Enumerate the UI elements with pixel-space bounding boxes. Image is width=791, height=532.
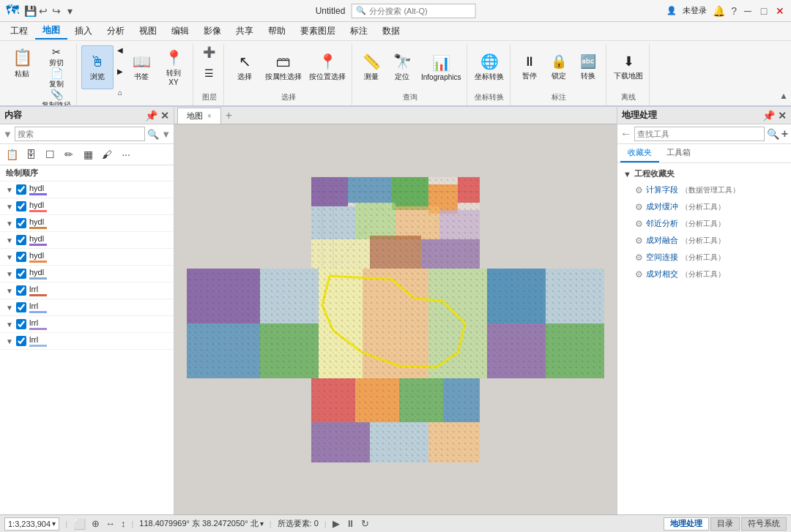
scale-dropdown-icon[interactable]: ▾ (52, 520, 56, 528)
layer-checkbox[interactable] (16, 319, 26, 329)
prev-extent-button[interactable]: ◀ (115, 45, 125, 66)
pause-button[interactable]: ⏸ 暂停 (515, 45, 544, 89)
list-item[interactable]: ▼ hydl (0, 198, 174, 215)
coord-dropdown-icon[interactable]: ▾ (260, 520, 264, 528)
menu-insert[interactable]: 插入 (67, 23, 100, 39)
layer-table-icon[interactable]: ▦ (79, 146, 97, 163)
layer-checkbox[interactable] (16, 252, 26, 262)
layer-search-input[interactable] (15, 127, 145, 141)
bottom-tab-catalog[interactable]: 目录 (710, 517, 740, 531)
refresh-button[interactable]: ↻ (361, 518, 369, 529)
list-item[interactable]: ▼ lrrl (0, 299, 174, 316)
infographics-button[interactable]: 📊 Infographics (418, 45, 464, 89)
list-item[interactable]: ⚙ 成对缓冲 （分析工具） (617, 198, 791, 215)
list-item[interactable]: ⚙ 邻近分析 （分析工具） (617, 215, 791, 232)
gp-search-execute-icon[interactable]: 🔍 (767, 128, 779, 140)
add-tab-button[interactable]: + (221, 109, 237, 122)
layer-db-icon[interactable]: 🗄 (22, 146, 40, 163)
list-item[interactable]: ▼ hydl (0, 249, 174, 266)
layer-opts-button[interactable]: ☰ (201, 67, 218, 87)
menu-analysis[interactable]: 分析 (100, 23, 132, 39)
list-item[interactable]: ⚙ 成对融合 （分析工具） (617, 232, 791, 249)
ribbon-collapse-button[interactable]: ▲ (779, 91, 788, 101)
more-icon[interactable]: ▾ (64, 6, 75, 16)
layer-checkbox[interactable] (16, 218, 26, 228)
notification-icon[interactable]: 🔔 (713, 5, 725, 17)
select-button[interactable]: ↖ 选择 (229, 45, 261, 89)
panel-pin-icon[interactable]: 📌 (145, 110, 157, 121)
layer-add-icon[interactable]: 📋 (3, 146, 21, 163)
minimize-button[interactable]: ─ (743, 6, 753, 16)
locate-button[interactable]: 🔭 定位 (387, 45, 417, 89)
redo-icon[interactable]: ↪ (51, 6, 62, 16)
menu-edit[interactable]: 编辑 (164, 23, 196, 39)
undo-icon[interactable]: ↩ (38, 6, 48, 16)
menu-feature-layer[interactable]: 要素图层 (293, 23, 343, 39)
goto-xy-button[interactable]: 📍 转到 XY (157, 45, 190, 89)
menu-imagery[interactable]: 影像 (196, 23, 229, 39)
layer-checkbox[interactable] (16, 285, 26, 296)
menu-map[interactable]: 地图 (35, 23, 67, 40)
layer-checkbox[interactable] (16, 269, 26, 279)
cut-button[interactable]: ✂ 剪切 (40, 45, 73, 66)
help-icon[interactable]: ? (731, 5, 737, 17)
map-extent-icon[interactable]: ↕ (121, 518, 126, 529)
maximize-button[interactable]: □ (759, 6, 769, 16)
scale-display[interactable]: 1:3,233,904 ▾ (4, 517, 59, 531)
close-button[interactable]: ✕ (775, 6, 785, 16)
global-search-input[interactable] (369, 7, 457, 15)
layer-checkbox[interactable] (16, 235, 26, 245)
list-item[interactable]: ▼ lrrl (0, 282, 174, 299)
map-tab-close-icon[interactable]: × (207, 112, 212, 120)
layer-checkbox[interactable] (16, 336, 26, 346)
layer-style-icon[interactable]: 🖌 (98, 146, 116, 163)
gp-tab-toolbox[interactable]: 工具箱 (659, 144, 698, 162)
add-layer-button[interactable]: ➕ (201, 45, 218, 66)
layer-more-icon[interactable]: ··· (117, 146, 135, 163)
layer-checkbox[interactable] (16, 184, 26, 195)
convert-button[interactable]: 🔤 转换 (573, 45, 603, 89)
download-map-button[interactable]: ⬇ 下载地图 (611, 45, 646, 89)
select-by-attr-button[interactable]: 🗃 按属性选择 (262, 45, 305, 89)
gp-tab-favorites[interactable]: 收藏夹 (620, 144, 659, 162)
pause-status-button[interactable]: ⏸ (346, 518, 355, 529)
layer-search-icon[interactable]: 🔍 (147, 129, 159, 140)
panel-close-icon[interactable]: ✕ (160, 110, 169, 121)
browse-button[interactable]: 🖱 浏览 (81, 45, 114, 89)
lock-button[interactable]: 🔒 锁定 (546, 45, 572, 89)
layer-search-opts-icon[interactable]: ▼ (161, 129, 171, 140)
list-item[interactable]: ▼ hydl (0, 266, 174, 282)
list-item[interactable]: ▼ lrrl (0, 316, 174, 333)
gp-section-header[interactable]: ▼ 工程收藏夹 (617, 166, 791, 181)
bottom-tab-geoprocessing[interactable]: 地理处理 (664, 517, 709, 531)
gp-add-tool-button[interactable]: + (781, 127, 788, 141)
copy-path-button[interactable]: 📎 复制路径 (40, 88, 73, 107)
map-tab[interactable]: 地图 × (177, 108, 221, 124)
list-item[interactable]: ▼ hydl (0, 215, 174, 232)
list-item[interactable]: ⚙ 成对相交 （分析工具） (617, 266, 791, 282)
save-icon[interactable]: 💾 (25, 6, 35, 16)
menu-annotation[interactable]: 标注 (343, 23, 375, 39)
gp-search-input[interactable] (634, 127, 765, 141)
coord-transform-button[interactable]: 🌐 坐标转换 (472, 45, 507, 89)
measure-button[interactable]: 📏 测量 (357, 45, 386, 89)
map-canvas[interactable] (174, 124, 617, 514)
map-pan-icon[interactable]: ↔ (105, 518, 115, 529)
list-item[interactable]: ⚙ 计算字段 （数据管理工具） (617, 181, 791, 198)
copy-button[interactable]: 📄 复制 (40, 67, 73, 87)
list-item[interactable]: ⚙ 空间连接 （分析工具） (617, 249, 791, 266)
list-item[interactable]: ▼ hydl (0, 232, 174, 249)
gp-back-button[interactable]: ← (620, 127, 632, 141)
layer-checkbox[interactable] (16, 201, 26, 211)
select-by-location-button[interactable]: 📍 按位置选择 (306, 45, 349, 89)
play-button[interactable]: ▶ (333, 518, 340, 529)
bottom-tab-symbols[interactable]: 符号系统 (741, 517, 787, 531)
list-item[interactable]: ▼ hydl (0, 181, 174, 198)
menu-view[interactable]: 视图 (132, 23, 164, 39)
gp-panel-close-icon[interactable]: ✕ (778, 110, 787, 121)
layer-checkbox[interactable] (16, 302, 26, 312)
bookmark-button[interactable]: 📖 书签 (127, 45, 156, 89)
map-nav-icon1[interactable]: ⬜ (73, 518, 86, 530)
layer-edit-icon[interactable]: ✏ (60, 146, 78, 163)
menu-help[interactable]: 帮助 (261, 23, 293, 39)
